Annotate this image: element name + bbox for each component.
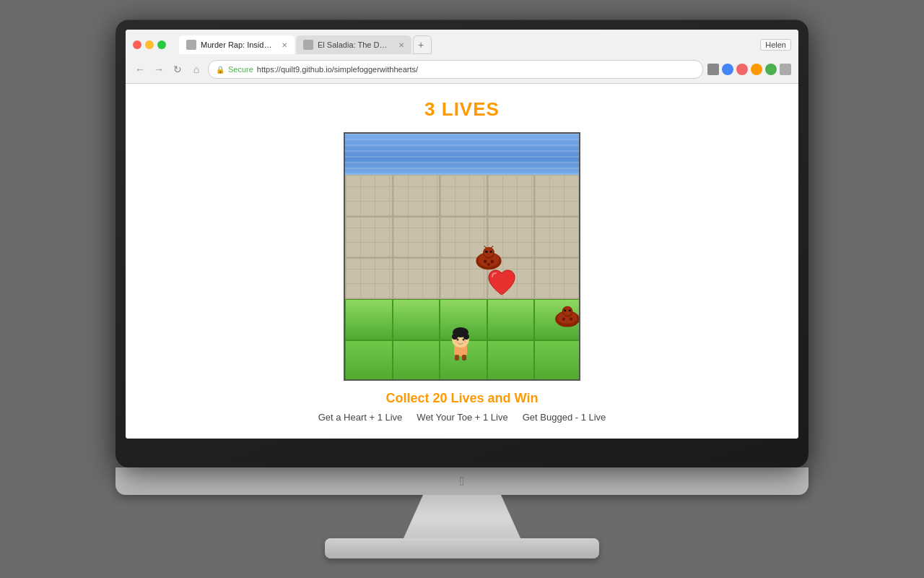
extension-icon-4[interactable]: [765, 64, 777, 75]
tab-el-saladia[interactable]: El Saladia: The Desktop V... ✕: [296, 35, 411, 54]
tab-favicon-2: [303, 40, 313, 50]
tile-water-1-3: [440, 134, 487, 175]
instruction-water: Wet Your Toe + 1 Live: [417, 412, 507, 423]
tile-water-1-5: [534, 134, 580, 175]
address-bar[interactable]: 🔒 Secure https://quilt9.github.io/simple…: [208, 60, 703, 79]
page-content: 3 LIVES: [126, 84, 798, 439]
tile-grass-5-1: [345, 299, 393, 340]
tile-grass-6-3: [440, 340, 487, 381]
screen-bezel: Murder Rap: Inside the... ✕ El Saladia: …: [116, 20, 808, 467]
tile-grass-6-4: [487, 340, 535, 381]
tile-water-1-1: [345, 134, 393, 175]
new-tab-button[interactable]: +: [413, 35, 432, 54]
tile-stone-2-2: [393, 175, 440, 216]
imac-chin: : [116, 467, 808, 495]
tile-grid: [345, 134, 579, 379]
home-button[interactable]: ⌂: [189, 64, 204, 75]
maximize-button[interactable]: [157, 40, 166, 49]
tile-grass-5-3: [440, 299, 487, 340]
tile-stone-4-4: [487, 258, 535, 299]
tile-stone-3-1: [345, 217, 393, 258]
close-button[interactable]: [133, 40, 141, 49]
imac-monitor: Murder Rap: Inside the... ✕ El Saladia: …: [116, 20, 808, 558]
tile-stone-3-2: [393, 217, 440, 258]
tile-grass-6-2: [393, 340, 440, 381]
instruction-bug: Get Bugged - 1 Live: [523, 412, 606, 423]
tile-stone-2-5: [534, 175, 580, 216]
instruction-heart: Get a Heart + 1 Live: [318, 412, 403, 423]
tile-water-1-2: [393, 134, 440, 175]
browser-top-bar: Murder Rap: Inside the... ✕ El Saladia: …: [126, 30, 798, 57]
tile-grass-6-1: [345, 340, 393, 381]
instructions-row: Get a Heart + 1 Live Wet Your Toe + 1 Li…: [318, 412, 606, 423]
minimize-button[interactable]: [145, 40, 154, 49]
tile-grass-5-4: [487, 299, 535, 340]
tile-stone-4-3: [440, 258, 487, 299]
forward-button[interactable]: →: [152, 64, 166, 75]
tile-grass-5-2: [393, 299, 440, 340]
tab-favicon-1: [186, 40, 196, 50]
tile-stone-4-5: [534, 258, 580, 299]
apple-logo-icon: : [460, 474, 465, 489]
tile-stone-3-3: [440, 217, 487, 258]
extension-icon-1[interactable]: [722, 64, 733, 75]
back-button[interactable]: ←: [133, 64, 147, 75]
tile-stone-3-4: [487, 217, 535, 258]
tile-grass-6-5: [534, 340, 580, 381]
tile-water-1-4: [487, 134, 535, 175]
url-text: https://quilt9.github.io/simplefoggerwit…: [257, 65, 418, 74]
game-canvas: [344, 132, 580, 381]
tab-label-2: El Saladia: The Desktop V...: [318, 40, 391, 49]
imac-base: [325, 538, 599, 558]
bookmark-icon[interactable]: [707, 64, 719, 75]
browser-actions: [707, 64, 791, 75]
win-title: Collect 20 Lives and Win: [386, 391, 539, 406]
imac-neck: [397, 495, 527, 538]
tile-stone-4-1: [345, 258, 393, 299]
browser-chrome: Murder Rap: Inside the... ✕ El Saladia: …: [126, 30, 798, 84]
tabs-row: Murder Rap: Inside the... ✕ El Saladia: …: [179, 35, 754, 54]
tab-murder-rap[interactable]: Murder Rap: Inside the... ✕: [179, 35, 295, 54]
lives-title: 3 LIVES: [424, 98, 500, 121]
tab-close-1[interactable]: ✕: [282, 41, 287, 49]
screen-inner: Murder Rap: Inside the... ✕ El Saladia: …: [126, 30, 798, 439]
refresh-button[interactable]: ↻: [170, 64, 185, 75]
secure-label: Secure: [228, 65, 253, 74]
more-options-icon[interactable]: [780, 64, 791, 75]
tile-stone-4-2: [393, 258, 440, 299]
tile-stone-2-3: [440, 175, 487, 216]
tab-label-1: Murder Rap: Inside the...: [201, 40, 274, 49]
extension-icon-2[interactable]: [736, 64, 748, 75]
traffic-lights: [133, 40, 166, 49]
tile-stone-2-1: [345, 175, 393, 216]
lock-icon: 🔒: [216, 66, 225, 74]
extension-icon-3[interactable]: [751, 64, 762, 75]
tab-close-2[interactable]: ✕: [398, 41, 404, 49]
tile-grass-5-5: [534, 299, 580, 340]
profile-button[interactable]: Helen: [760, 39, 791, 51]
browser-nav-bar: ← → ↻ ⌂ 🔒 Secure https://quilt9.github.i…: [126, 57, 798, 83]
tile-stone-2-4: [487, 175, 535, 216]
tile-stone-3-5: [534, 217, 580, 258]
